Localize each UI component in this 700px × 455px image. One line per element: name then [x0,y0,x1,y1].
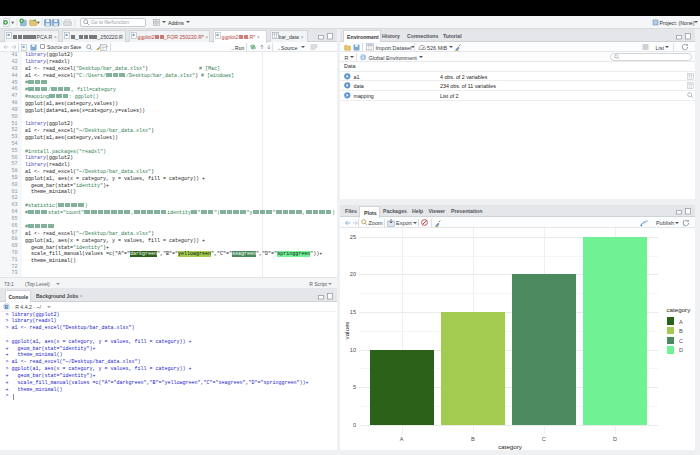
svg-text:R: R [5,304,9,310]
